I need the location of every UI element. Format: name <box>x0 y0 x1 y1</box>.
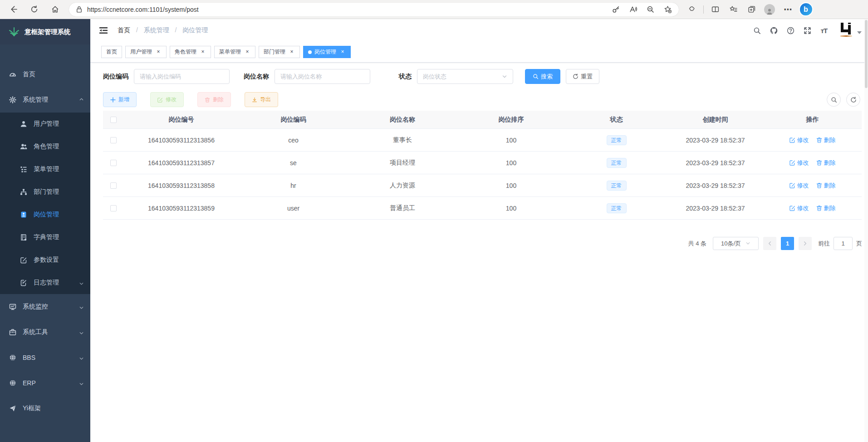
cell-post-name: 人力资源 <box>348 182 457 190</box>
tab-close-icon[interactable]: × <box>244 49 250 55</box>
browser-home-button[interactable] <box>47 3 63 16</box>
select-all-checkbox[interactable] <box>110 117 117 123</box>
next-page-button[interactable] <box>799 237 812 250</box>
export-button[interactable]: 导出 <box>245 92 278 107</box>
tab-首页[interactable]: 首页 <box>101 46 122 58</box>
tab-部门管理[interactable]: 部门管理 × <box>259 46 300 58</box>
tab-用户管理[interactable]: 用户管理 × <box>125 46 167 58</box>
chevron-down-icon <box>79 280 84 285</box>
row-checkbox[interactable] <box>110 205 117 211</box>
bing-copilot-icon[interactable]: b <box>798 3 814 16</box>
status-label: 状态 <box>399 73 412 81</box>
split-screen-icon[interactable] <box>707 3 723 16</box>
browser-back-button[interactable] <box>5 3 21 16</box>
row-checkbox[interactable] <box>110 182 117 189</box>
user-avatar <box>839 22 853 39</box>
cell-post-sort: 100 <box>457 159 565 167</box>
post-code-input[interactable] <box>134 69 230 84</box>
page-scrollbar[interactable] <box>864 19 868 442</box>
tab-close-icon[interactable]: × <box>339 49 346 55</box>
sidebar-item-user[interactable]: 用户管理 <box>0 113 90 135</box>
sidebar-item-yiframe[interactable]: Yi框架 <box>0 396 90 421</box>
post-name-input[interactable] <box>275 69 370 84</box>
browser-profile-avatar[interactable] <box>762 3 777 16</box>
sidebar-item-bbs[interactable]: BBS <box>0 345 90 370</box>
send-icon <box>9 405 16 412</box>
row-delete-link[interactable]: 删除 <box>816 182 836 190</box>
tab-close-icon[interactable]: × <box>289 49 295 55</box>
tab-close-icon[interactable]: × <box>200 49 206 55</box>
plus-icon <box>110 97 116 103</box>
sidebar-item-dict[interactable]: 字典管理 <box>0 226 90 249</box>
tab-角色管理[interactable]: 角色管理 × <box>170 46 211 58</box>
sidebar-item-param[interactable]: 参数设置 <box>0 249 90 271</box>
globe-icon <box>9 354 16 361</box>
add-button[interactable]: 新增 <box>103 92 137 107</box>
row-delete-link[interactable]: 删除 <box>816 136 836 144</box>
row-delete-link[interactable]: 删除 <box>816 204 836 212</box>
sidebar-item-monitor[interactable]: 系统监控 <box>0 294 90 319</box>
caret-down-icon <box>857 31 862 34</box>
table-row: 1641030593112313858 hr 人力资源 100 正常 2023-… <box>103 174 862 197</box>
sidebar-item-tool[interactable]: 系统工具 <box>0 319 90 345</box>
address-bar[interactable]: https://ccnetcore.com:1101/system/post <box>69 3 679 16</box>
help-icon[interactable] <box>786 26 795 35</box>
site-lock-icon[interactable] <box>74 3 83 16</box>
cell-created-time: 2023-03-29 18:52:37 <box>667 137 763 144</box>
breadcrumb-home[interactable]: 首页 <box>118 26 130 34</box>
collections-icon[interactable] <box>726 3 741 16</box>
breadcrumb-post: 岗位管理 <box>182 26 208 34</box>
row-edit-link[interactable]: 修改 <box>790 159 809 167</box>
reset-button[interactable]: 重置 <box>566 69 599 84</box>
extensions-icon[interactable] <box>684 3 700 16</box>
prev-page-button[interactable] <box>763 237 776 250</box>
sidebar-collapse-icon[interactable] <box>98 25 108 35</box>
font-size-icon[interactable]: тT <box>819 26 829 35</box>
github-icon[interactable] <box>769 26 778 35</box>
sidebar-item-system[interactable]: 系统管理 <box>0 87 90 113</box>
toggle-search-button[interactable] <box>827 93 841 107</box>
refresh-icon <box>573 74 579 79</box>
favorite-star-icon[interactable] <box>660 3 675 16</box>
tab-菜单管理[interactable]: 菜单管理 × <box>214 46 255 58</box>
table-column-header: 岗位名称 <box>348 116 457 124</box>
sidebar-item-dept[interactable]: 部门管理 <box>0 181 90 203</box>
row-delete-link[interactable]: 删除 <box>816 159 836 167</box>
password-key-icon[interactable] <box>608 3 623 16</box>
url-text[interactable]: https://ccnetcore.com:1101/system/post <box>87 6 608 13</box>
sidebar-item-home[interactable]: 首页 <box>0 62 90 87</box>
page-size-select[interactable]: 10条/页 <box>713 237 759 250</box>
read-aloud-icon[interactable] <box>625 3 641 16</box>
goto-page-input[interactable] <box>834 237 853 250</box>
row-edit-link[interactable]: 修改 <box>790 182 809 190</box>
refresh-table-button[interactable] <box>846 93 860 107</box>
menu-icon <box>20 166 27 173</box>
chevron-down-icon <box>745 241 750 246</box>
edit-button[interactable]: 修改 <box>150 92 184 107</box>
browser-refresh-button[interactable] <box>26 3 42 16</box>
status-select[interactable]: 岗位状态 <box>417 69 513 84</box>
user-avatar-dropdown[interactable] <box>839 22 862 39</box>
zoom-out-icon[interactable] <box>642 3 658 16</box>
sidebar-item-menu[interactable]: 菜单管理 <box>0 158 90 181</box>
row-edit-link[interactable]: 修改 <box>790 204 809 212</box>
header-search-icon[interactable] <box>752 26 761 35</box>
tab-岗位管理[interactable]: 岗位管理 × <box>303 46 351 58</box>
browser-menu-ellipsis-icon[interactable]: ⋯ <box>780 3 795 16</box>
delete-button[interactable]: 删除 <box>197 92 231 107</box>
copilot-sidebar-icon[interactable] <box>744 3 759 16</box>
row-checkbox[interactable] <box>110 137 117 143</box>
sidebar-item-post[interactable]: 岗位管理 <box>0 203 90 226</box>
sidebar-item-erp[interactable]: ERP <box>0 370 90 396</box>
sidebar-item-log[interactable]: 日志管理 <box>0 271 90 294</box>
page-number-1[interactable]: 1 <box>781 237 794 250</box>
app-logo[interactable]: 意框架管理系统 <box>0 19 90 44</box>
fullscreen-icon[interactable] <box>803 26 812 35</box>
pagination-total: 共 4 条 <box>688 240 706 248</box>
row-edit-link[interactable]: 修改 <box>790 136 809 144</box>
tab-close-icon[interactable]: × <box>155 49 162 55</box>
row-checkbox[interactable] <box>110 160 117 166</box>
cell-created-time: 2023-03-29 18:52:37 <box>667 159 763 167</box>
search-button[interactable]: 搜索 <box>525 69 560 84</box>
sidebar-item-role[interactable]: 角色管理 <box>0 135 90 158</box>
